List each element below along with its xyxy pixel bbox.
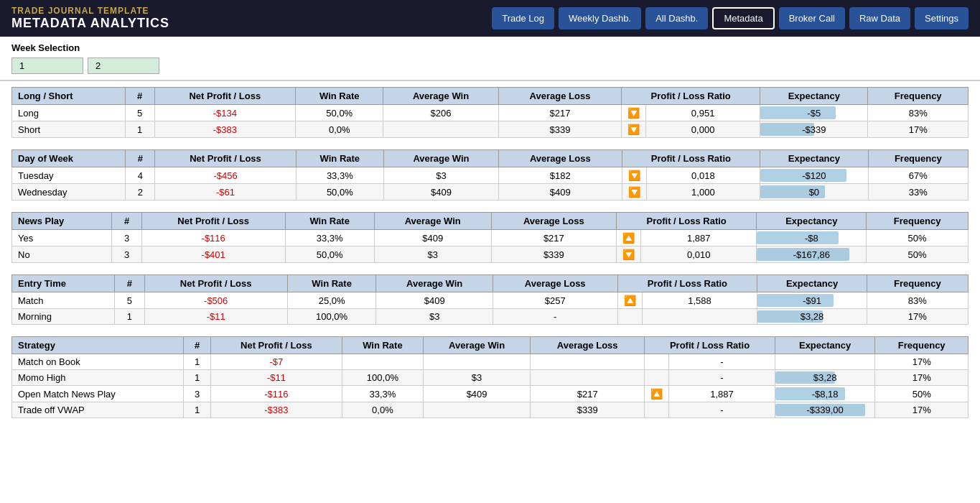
news-play-section: News Play # Net Profit / Loss Win Rate A…: [11, 212, 969, 263]
col-net-pl: Net Profit / Loss: [154, 88, 296, 105]
cell-strategy: Open Match News Play: [12, 386, 184, 402]
table-row: Open Match News Play 3 -$116 33,3% $409 …: [12, 386, 969, 402]
cell-avg-win: [424, 402, 531, 418]
cell-pl-ratio: 0,000: [646, 121, 760, 138]
col-avg-loss: Average Loss: [493, 275, 617, 292]
cell-avg-win: $409: [374, 230, 491, 246]
cell-net-pl: -$116: [141, 230, 285, 246]
week-input-2[interactable]: [88, 57, 159, 74]
col-win-rate: Win Rate: [342, 337, 423, 354]
cell-frequency: 67%: [868, 167, 968, 184]
arrow-down-icon: 🔽: [622, 249, 635, 260]
strategy-header-row: Strategy # Net Profit / Loss Win Rate Av…: [12, 337, 969, 354]
col-avg-loss: Average Loss: [531, 337, 645, 354]
cell-net-pl: -$456: [155, 167, 297, 184]
cell-num: 3: [184, 386, 211, 402]
nav-weekly-dashb[interactable]: Weekly Dashb.: [559, 7, 641, 29]
cell-avg-loss: $217: [491, 230, 616, 246]
table-row: Momo High 1 -$11 100,0% $3 - $3,28 17%: [12, 370, 969, 386]
nav-broker-call[interactable]: Broker Call: [779, 7, 845, 29]
cell-win-rate: 33,3%: [296, 167, 383, 184]
entry-time-section: Entry Time # Net Profit / Loss Win Rate …: [11, 274, 969, 325]
arrow-up-icon: 🔼: [624, 295, 636, 306]
col-expectancy: Expectancy: [757, 213, 867, 230]
col-frequency: Frequency: [868, 150, 968, 167]
cell-arrow: 🔼: [645, 386, 669, 402]
cell-pl-ratio: [642, 309, 757, 325]
cell-expectancy: -$8,18: [775, 386, 875, 402]
cell-frequency: 83%: [868, 105, 969, 121]
cell-arrow: 🔽: [617, 246, 641, 263]
cell-num: 1: [125, 121, 154, 138]
cell-expectancy: $3,28: [757, 309, 867, 325]
cell-num: 1: [115, 309, 144, 325]
arrow-up-icon: 🔼: [622, 232, 635, 244]
cell-frequency: 17%: [867, 309, 968, 325]
cell-avg-loss: $217: [531, 386, 645, 402]
week-input-1[interactable]: [11, 57, 83, 74]
long-short-header-row: Long / Short # Net Profit / Loss Win Rat…: [12, 88, 969, 105]
entry-time-table: Entry Time # Net Profit / Loss Win Rate …: [11, 274, 969, 325]
cell-avg-win: $206: [383, 105, 498, 121]
table-row: Long 5 -$134 50,0% $206 $217 🔽 0,951 -$5…: [12, 105, 969, 121]
cell-net-pl: -$383: [211, 402, 342, 418]
cell-num: 5: [115, 292, 144, 309]
table-row: Morning 1 -$11 100,0% $3 - $3,28 17%: [12, 309, 969, 325]
cell-num: 1: [184, 402, 211, 418]
col-avg-win: Average Win: [376, 275, 493, 292]
col-win-rate: Win Rate: [296, 88, 383, 105]
cell-frequency: 17%: [868, 121, 969, 138]
cell-pl-ratio: 0,018: [646, 167, 760, 184]
nav-all-dashb[interactable]: All Dashb.: [645, 7, 708, 29]
cell-avg-win: $409: [383, 184, 498, 200]
nav-settings[interactable]: Settings: [915, 7, 969, 29]
col-frequency: Frequency: [868, 88, 969, 105]
nav-raw-data[interactable]: Raw Data: [849, 7, 910, 29]
arrow-down-icon: 🔽: [627, 107, 640, 119]
cell-expectancy: -$5: [760, 105, 868, 121]
cell-win-rate: 50,0%: [285, 246, 374, 263]
cell-category: Short: [12, 121, 126, 138]
cell-expectancy: [775, 354, 875, 370]
col-pl-ratio: Profit / Loss Ratio: [622, 88, 760, 105]
col-num: #: [112, 213, 142, 230]
col-num: #: [184, 337, 211, 354]
col-avg-win: Average Win: [383, 88, 498, 105]
cell-pl-ratio: 1,887: [641, 230, 757, 246]
cell-net-pl: -$116: [211, 386, 342, 402]
cell-arrow: [645, 354, 669, 370]
cell-expectancy: -$339,00: [775, 402, 875, 418]
cell-expectancy: -$339: [760, 121, 868, 138]
cell-avg-win: $3: [383, 167, 498, 184]
cell-category: Tuesday: [12, 167, 126, 184]
col-entry-time: Entry Time: [12, 275, 115, 292]
col-num: #: [115, 275, 144, 292]
col-net-pl: Net Profit / Loss: [211, 337, 342, 354]
col-pl-ratio: Profit / Loss Ratio: [617, 275, 757, 292]
main-content: Long / Short # Net Profit / Loss Win Rat…: [0, 81, 980, 431]
nav-metadata[interactable]: Metadata: [712, 7, 774, 29]
arrow-down-icon: 🔽: [627, 124, 640, 135]
col-avg-win: Average Win: [374, 213, 491, 230]
col-net-pl: Net Profit / Loss: [155, 150, 297, 167]
week-selection-label: Week Selection: [11, 42, 969, 53]
app-subtitle: TRADE JOURNAL TEMPLATE: [11, 6, 169, 16]
cell-win-rate: 100,0%: [287, 309, 376, 325]
header: TRADE JOURNAL TEMPLATE METADATA ANALYTIC…: [0, 0, 980, 37]
day-of-week-header-row: Day of Week # Net Profit / Loss Win Rate…: [12, 150, 969, 167]
cell-frequency: 50%: [867, 230, 969, 246]
cell-net-pl: -$383: [154, 121, 296, 138]
col-net-pl: Net Profit / Loss: [144, 275, 287, 292]
cell-frequency: 17%: [875, 354, 969, 370]
cell-pl-ratio: -: [669, 402, 775, 418]
cell-avg-loss: $257: [493, 292, 617, 309]
col-frequency: Frequency: [867, 213, 969, 230]
nav-trade-log[interactable]: Trade Log: [492, 7, 554, 29]
cell-win-rate: [342, 354, 423, 370]
cell-arrow: 🔼: [617, 292, 642, 309]
cell-avg-win: $409: [424, 386, 531, 402]
cell-expectancy: -$120: [760, 167, 868, 184]
title-block: TRADE JOURNAL TEMPLATE METADATA ANALYTIC…: [11, 6, 169, 31]
col-strategy: Strategy: [12, 337, 184, 354]
arrow-down-icon: 🔽: [628, 170, 640, 181]
